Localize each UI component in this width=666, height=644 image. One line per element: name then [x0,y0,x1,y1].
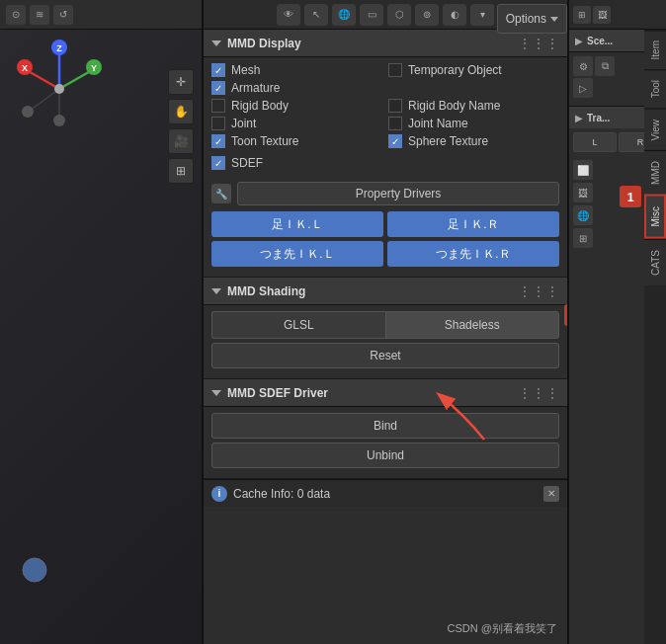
jp-btn-ik-r-2[interactable]: つま先ＩＫ.Ｒ [387,241,559,267]
cb-temp-obj[interactable] [388,63,402,77]
check-col-joint: Joint [211,117,382,130]
watermark: CSDN @别看着我笑了 [448,621,557,636]
jp-btn-ik-r-1[interactable]: 足ＩＫ.Ｒ [387,211,559,237]
viewport-icon-2[interactable]: ≋ [30,5,49,25]
check-col-rigid-name: Rigid Body Name [388,99,559,113]
tra-l-btn[interactable]: L [573,132,617,152]
tra-triangle: ▶ [575,113,583,123]
tool-cursor[interactable]: ✛ [168,69,194,95]
check-col-temp: Temporary Object [388,63,559,77]
main-panel: 👁 ↖ 🌐 ▭ ⬡ ⊚ ◐ ▾ MMD Display ⋮⋮⋮ Mesh [203,0,568,644]
shadeless-button[interactable]: Shadeless 2 [385,311,560,339]
right-icon-globe2[interactable]: 🌐 [573,205,593,225]
cb-mesh[interactable] [211,63,225,77]
mmd-sdef-title: MMD SDEF Driver [227,386,328,400]
cb-armature[interactable] [211,81,225,95]
mmd-display-body: Mesh Temporary Object Armature [204,57,567,277]
check-col-sphere: Sphere Texture [388,134,559,148]
unbind-button[interactable]: Unbind [211,443,559,468]
glsl-button[interactable]: GLSL [211,311,385,339]
panel-icon-settings[interactable]: ◐ [443,4,466,26]
cache-info-text: Cache Info: 0 data [233,487,330,501]
jp-btn-ik-l-1[interactable]: 足ＩＫ.Ｌ [211,211,383,237]
cache-info-bar: i Cache Info: 0 data ✕ [204,479,567,507]
viewport-icon-1[interactable]: ⊙ [6,5,26,25]
property-drivers-label: Property Drivers [356,187,442,201]
right-icon-image[interactable]: 🖼 [573,183,593,202]
tab-cats[interactable]: CATS [644,239,666,285]
tab-misc[interactable]: Misc [644,195,666,239]
check-col-toon: Toon Texture [211,134,382,148]
options-label: Options [506,12,546,26]
bind-label: Bind [374,419,397,433]
cb-rigid-body[interactable] [211,99,225,113]
cb-sdef[interactable] [211,156,225,170]
mmd-shading-header[interactable]: MMD Shading ⋮⋮⋮ [204,278,567,305]
shading-menu-dots[interactable]: ⋮⋮⋮ [518,283,559,299]
viewport: ⊙ ≋ ↺ Z Y X [0,0,203,644]
panel-icon-box1[interactable]: ▭ [360,4,383,26]
viewport-icon-3[interactable]: ↺ [53,5,73,25]
info-icon: i [211,486,227,502]
label-mesh: Mesh [231,63,260,77]
property-drivers-button[interactable]: Property Drivers [237,182,559,205]
panel-icon-box2[interactable]: ⬡ [387,4,411,26]
reset-button[interactable]: Reset [211,343,559,368]
label-joint: Joint [231,117,256,130]
vertical-tabs: Item Tool View MMD Misc CATS [644,30,666,644]
tab-view[interactable]: View [644,109,666,151]
options-button[interactable]: Options [497,4,567,34]
cb-joint-name[interactable] [388,117,402,130]
right-icon-layers[interactable]: ⧉ [595,56,615,76]
svg-line-11 [30,89,59,111]
right-sidebar: ⊞ 🖼 ▶ Sce... ⚙ ⧉ ▷ ▶ Tra... L R ⬜ 🖼 🌐 ⊞ [568,0,666,644]
check-col-joint-name: Joint Name [388,117,559,130]
jp-btn-row-1: 足ＩＫ.Ｌ 足ＩＫ.Ｒ [211,211,559,237]
panel-icon-dropdown[interactable]: ▾ [470,4,494,26]
panel-icon-cursor[interactable]: ↖ [304,4,328,26]
tool-move[interactable]: ✋ [168,99,194,124]
cb-joint[interactable] [211,117,225,130]
tool-camera[interactable]: 🎥 [168,128,194,154]
svg-point-13 [54,84,64,94]
right-icon-grid[interactable]: ⊞ [573,6,591,24]
shading-collapse-icon [211,288,221,294]
cb-toon-texture[interactable] [211,134,225,148]
tab-tool[interactable]: Tool [644,69,666,108]
right-icon-box3[interactable]: ⬜ [573,160,593,180]
bind-button[interactable]: Bind [211,413,559,439]
mmd-sdef-header[interactable]: MMD SDEF Driver ⋮⋮⋮ [204,379,567,407]
jp-btn-ik-l-2[interactable]: つま先ＩＫ.Ｌ [211,241,383,267]
svg-point-14 [23,558,46,582]
check-row-sdef: SDEF [211,152,559,176]
panel-icon-circles[interactable]: ⊚ [415,4,439,26]
property-drivers-row: 🔧 Property Drivers [211,182,559,205]
right-icon-grid2[interactable]: ⊞ [573,228,593,248]
tab-item[interactable]: Item [644,30,666,69]
right-icon-gear[interactable]: ⚙ [573,56,593,76]
tab-mmd[interactable]: MMD [644,150,666,195]
svg-point-10 [53,115,65,126]
panel-icon-globe[interactable]: 🌐 [332,4,356,26]
check-row-armature: Armature [211,81,559,95]
sphere-object [20,555,49,585]
check-row-textures: Toon Texture Sphere Texture [211,134,559,148]
cb-sphere-texture[interactable] [388,134,402,148]
drivers-icon: 🔧 [211,184,231,203]
panel-icon-eye[interactable]: 👁 [277,4,300,26]
tool-grid[interactable]: ⊞ [168,158,194,184]
unbind-label: Unbind [367,448,404,462]
cb-rigid-body-name[interactable] [388,99,402,113]
section-menu-dots[interactable]: ⋮⋮⋮ [518,36,559,51]
mmd-display-header[interactable]: MMD Display ⋮⋮⋮ [204,30,567,57]
jp-btn-ik-r-2-label: つま先ＩＫ.Ｒ [436,246,510,263]
cache-close-button[interactable]: ✕ [543,486,559,502]
right-icon-arrow[interactable]: ▷ [573,78,593,98]
tra-label: Tra... [587,113,610,123]
annotation-badge-2: 2 [564,304,567,326]
viewport-tools: ✛ ✋ 🎥 ⊞ [168,69,194,184]
scene-triangle: ▶ [575,36,583,46]
options-arrow-icon [550,17,558,22]
sdef-menu-dots[interactable]: ⋮⋮⋮ [518,385,559,401]
right-icon-img[interactable]: 🖼 [593,6,611,24]
